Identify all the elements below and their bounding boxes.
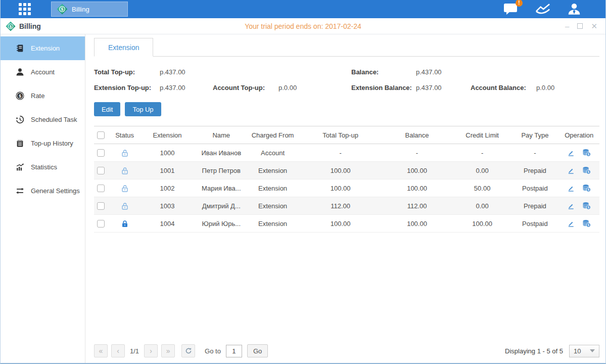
table-body: 1000Иван ИвановAccount----$1001Петр Петр… [94, 144, 599, 233]
edit-icon[interactable] [567, 202, 575, 210]
balance-label: Balance: [351, 68, 416, 76]
pay-type-cell: Postpaid [511, 185, 558, 192]
top-up-icon[interactable]: $ [582, 202, 591, 210]
row-checkbox[interactable] [97, 185, 105, 192]
top-up-icon[interactable]: $ [582, 149, 591, 157]
close-button[interactable]: ✕ [591, 22, 597, 30]
statistics-chart-icon[interactable] [535, 3, 551, 15]
row-checkbox[interactable] [97, 149, 105, 157]
row-checkbox-cell [94, 202, 112, 210]
row-checkbox[interactable] [97, 167, 105, 174]
top-up-icon[interactable]: $ [582, 219, 591, 228]
total-topup-label: Total Top-up: [94, 68, 160, 76]
row-checkbox-cell [94, 185, 112, 192]
svg-text:$: $ [10, 24, 12, 28]
sidebar-item-rate[interactable]: $ Rate [1, 84, 85, 108]
credit-limit-cell: 50.00 [453, 185, 511, 192]
sidebar-item-extension[interactable]: Extension [1, 36, 85, 60]
balance-cell: 112.00 [381, 202, 453, 210]
extension-topup-label: Extension Top-up: [94, 84, 160, 92]
charged-from-cell: Extension [245, 167, 300, 174]
svg-text:$: $ [19, 94, 21, 99]
last-page-button[interactable]: » [161, 344, 175, 357]
column-header-status: Status [112, 131, 137, 139]
goto-page-input[interactable] [226, 345, 242, 357]
trial-notice: Your trial period ends on: 2017-02-24 [1, 22, 605, 30]
table-header: Status Extension Name Charged From Total… [94, 126, 599, 144]
prev-page-icon: ‹ [117, 347, 119, 355]
first-page-button[interactable]: « [94, 344, 108, 357]
sidebar-item-account[interactable]: Account [1, 60, 85, 84]
refresh-button[interactable] [181, 344, 195, 357]
extension-cell: 1001 [137, 167, 197, 174]
notifications-icon[interactable]: ! [503, 3, 519, 16]
edit-icon[interactable] [567, 167, 575, 174]
row-checkbox[interactable] [97, 202, 105, 210]
page-indicator: 1/1 [130, 347, 139, 355]
row-checkbox[interactable] [97, 220, 105, 228]
last-page-icon: » [166, 347, 170, 355]
charged-from-cell: Extension [245, 220, 300, 228]
next-page-button[interactable]: › [144, 344, 158, 357]
top-up-icon[interactable]: $ [582, 166, 591, 174]
total-topup-cell: - [300, 149, 381, 157]
account-balance-label: Account Balance: [471, 84, 536, 92]
sidebar-item-scheduled-task[interactable]: Scheduled Task [1, 108, 85, 131]
displaying-text: Displaying 1 - 5 of 5 [505, 347, 563, 355]
edit-icon[interactable] [567, 149, 575, 157]
sidebar: Extension Account $ Rate Scheduled Task [1, 34, 85, 363]
prev-page-button[interactable]: ‹ [111, 344, 125, 357]
main-content: Extension Total Top-up: p.437.00 Balance… [85, 34, 605, 363]
credit-limit-cell: 100.00 [453, 220, 511, 228]
sidebar-item-statistics[interactable]: Statistics [1, 155, 85, 179]
column-header-name: Name [198, 131, 245, 139]
total-topup-cell: 100.00 [300, 185, 381, 192]
window-controls: – ✕ [565, 22, 597, 30]
minimize-button[interactable]: – [565, 22, 569, 30]
top-up-icon[interactable]: $ [582, 184, 591, 192]
extension-topup-value: p.437.00 [160, 84, 213, 92]
tab-label: Extension [108, 43, 139, 52]
top-up-button[interactable]: Top Up [125, 102, 161, 116]
sidebar-item-label: Account [31, 68, 55, 76]
sidebar-item-general-settings[interactable]: General Settings [1, 179, 85, 203]
apps-grid-icon[interactable] [19, 3, 31, 15]
tab-extension[interactable]: Extension [94, 38, 153, 57]
total-topup-cell: 100.00 [300, 167, 381, 174]
pagination-bar: « ‹ 1/1 › » Go to Go Displaying 1 - 5 of… [94, 339, 599, 363]
edit-button[interactable]: Edit [94, 102, 120, 116]
sidebar-item-label: Statistics [31, 163, 57, 171]
column-header-extension: Extension [137, 131, 197, 139]
topbar-tab-label: Billing [72, 6, 89, 13]
extension-book-icon [16, 44, 24, 53]
balance-cell: 100.00 [381, 185, 453, 192]
svg-text:$: $ [588, 170, 590, 173]
go-button[interactable]: Go [247, 344, 268, 357]
edit-icon[interactable] [567, 185, 575, 192]
lock-open-icon [121, 149, 129, 157]
summary-row-1: Total Top-up: p.437.00 Balance: p.437.00 [94, 64, 599, 80]
pay-type-cell: Prepaid [511, 167, 558, 174]
window-body: Extension Account $ Rate Scheduled Task [1, 34, 605, 363]
balance-cell: 100.00 [381, 220, 453, 228]
maximize-button[interactable] [577, 23, 583, 29]
operation-cell: $ [559, 149, 599, 157]
sidebar-item-topup-history[interactable]: Top-up History [1, 131, 85, 155]
account-topup-label: Account Top-up: [213, 84, 278, 92]
billing-app-icon: $ [57, 4, 68, 15]
user-account-icon[interactable] [567, 3, 581, 16]
extension-cell: 1000 [137, 149, 197, 157]
account-topup-value: p.0.00 [278, 84, 351, 92]
status-cell [112, 219, 137, 228]
edit-icon[interactable] [567, 220, 575, 228]
topbar-tab-billing[interactable]: $ Billing [51, 2, 128, 17]
name-cell: Юрий Юрь... [198, 220, 245, 228]
select-all-checkbox[interactable] [97, 131, 105, 139]
lock-open-icon [121, 202, 129, 210]
page-size-select[interactable]: 10 [569, 345, 599, 357]
tab-strip: Extension [94, 34, 599, 57]
sliders-icon [16, 187, 24, 195]
pagination-right: Displaying 1 - 5 of 5 10 [505, 345, 599, 357]
dollar-coin-icon: $ [16, 92, 24, 100]
content-spacer [94, 233, 599, 339]
